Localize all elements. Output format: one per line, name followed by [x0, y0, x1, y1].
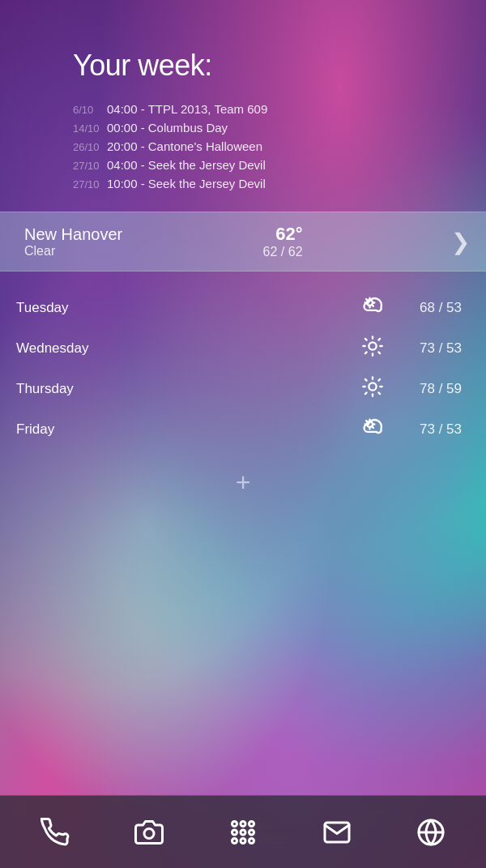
svg-line-11: [378, 352, 380, 353]
event-date: 6/10: [73, 104, 105, 116]
weather-temp: 62°: [275, 224, 302, 245]
svg-line-14: [365, 352, 367, 353]
svg-line-5: [366, 299, 367, 300]
weather-banner[interactable]: New Hanover Clear 62° 62 / 62 ❯: [0, 212, 486, 272]
forecast-temps: 73 / 53: [397, 421, 462, 438]
add-section: +: [0, 458, 486, 503]
event-time: 20:00 -: [107, 139, 145, 153]
forecast-icon: [348, 335, 397, 362]
svg-line-31: [373, 427, 373, 428]
weather-temps: 62° 62 / 62: [263, 224, 303, 259]
svg-line-30: [366, 421, 367, 421]
event-time: 04:00 -: [107, 158, 145, 172]
svg-line-20: [378, 392, 380, 394]
forecast-row: Tuesday 68 / 53: [8, 288, 470, 328]
add-location-button[interactable]: +: [236, 469, 251, 495]
event-name: Seek the Jersey Devil: [148, 158, 266, 172]
calendar-event: 27/10 04:00 - Seek the Jersey Devil: [73, 158, 462, 172]
forecast-section: Tuesday 68 / 53 Wednesday 73 / 53 Thurs: [0, 272, 486, 458]
weather-location: New Hanover: [24, 225, 122, 244]
calendar-event: 14/10 00:00 - Columbus Day: [73, 121, 462, 135]
svg-line-15: [378, 339, 380, 340]
dock: [0, 795, 486, 868]
calendar-event: 6/10 04:00 - TTPL 2013, Team 609: [73, 102, 462, 116]
calendar-event: 26/10 20:00 - Cantone's Halloween: [73, 139, 462, 153]
svg-point-41: [249, 838, 254, 843]
event-name: Cantone's Halloween: [148, 139, 262, 153]
event-time: 10:00 -: [107, 177, 145, 190]
calendar-event: 27/10 10:00 - Seek the Jersey Devil: [73, 177, 462, 190]
weather-condition: Clear: [24, 244, 122, 259]
svg-point-37: [241, 830, 245, 835]
forecast-day: Friday: [16, 421, 348, 438]
svg-line-6: [373, 306, 373, 306]
forecast-day: Tuesday: [16, 300, 348, 316]
event-name: Columbus Day: [148, 121, 228, 135]
svg-point-35: [249, 821, 254, 826]
event-time: 04:00 -: [107, 102, 145, 116]
event-time: 00:00 -: [107, 121, 145, 135]
event-date: 14/10: [73, 122, 105, 135]
svg-point-39: [232, 838, 237, 843]
event-date: 27/10: [73, 178, 105, 190]
weather-info: New Hanover Clear: [24, 225, 122, 259]
svg-point-34: [241, 821, 245, 826]
forecast-day: Thursday: [16, 381, 348, 397]
forecast-temps: 73 / 53: [397, 340, 462, 357]
event-date: 26/10: [73, 141, 105, 153]
dock-camera-button[interactable]: [129, 812, 169, 853]
dock-phone-button[interactable]: [35, 812, 75, 853]
forecast-day: Wednesday: [16, 340, 348, 357]
svg-point-40: [241, 838, 245, 843]
forecast-row: Friday 73 / 53: [8, 409, 470, 450]
event-name: Seek the Jersey Devil: [148, 177, 266, 190]
svg-point-36: [232, 830, 237, 835]
svg-line-19: [365, 379, 367, 381]
svg-point-7: [369, 342, 376, 349]
dock-apps-button[interactable]: [223, 812, 263, 853]
event-name: TTPL 2013, Team 609: [148, 102, 268, 116]
forecast-icon: [348, 416, 397, 443]
forecast-row: Thursday 78 / 59: [8, 369, 470, 409]
svg-point-16: [369, 383, 376, 390]
svg-point-38: [249, 830, 254, 835]
forecast-temps: 68 / 53: [397, 300, 462, 316]
weather-range: 62 / 62: [263, 245, 303, 259]
forecast-icon: [348, 294, 397, 322]
weather-chevron-icon[interactable]: ❯: [451, 229, 470, 255]
dock-mail-button[interactable]: [317, 812, 357, 853]
event-date: 27/10: [73, 160, 105, 172]
svg-line-10: [365, 339, 367, 340]
calendar-section: Your week: 6/10 04:00 - TTPL 2013, Team …: [0, 0, 486, 212]
dock-browser-button[interactable]: [411, 812, 451, 853]
svg-point-32: [144, 828, 154, 838]
svg-line-23: [365, 392, 367, 394]
week-title: Your week:: [73, 49, 462, 83]
svg-line-24: [378, 379, 380, 381]
svg-point-33: [232, 821, 237, 826]
forecast-temps: 78 / 59: [397, 381, 462, 397]
forecast-icon: [348, 375, 397, 403]
events-list: 6/10 04:00 - TTPL 2013, Team 609 14/10 0…: [73, 102, 462, 190]
forecast-row: Wednesday 73 / 53: [8, 328, 470, 369]
